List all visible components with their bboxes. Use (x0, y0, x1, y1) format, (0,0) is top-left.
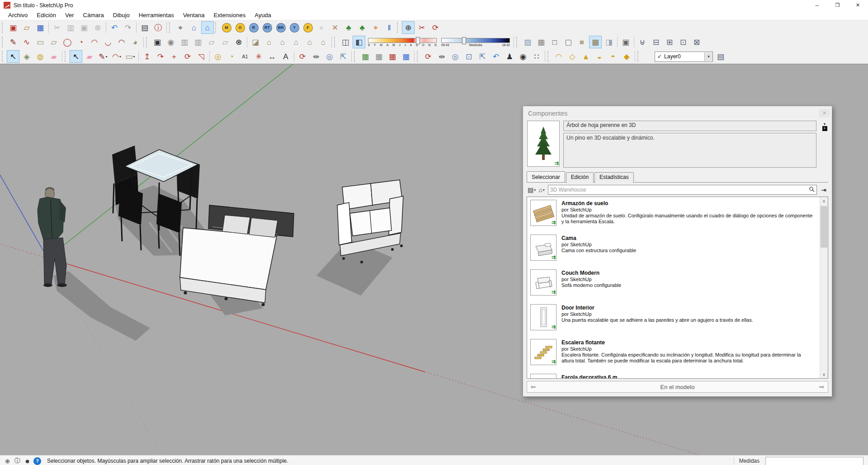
orbit-tool-button[interactable]: ⟳ (296, 50, 309, 63)
follow-me-button[interactable]: ↷ (154, 50, 167, 63)
push-pull-button[interactable]: ↥ (141, 50, 153, 63)
measurements-input[interactable] (765, 457, 863, 465)
tape-measure-button[interactable]: ◎ (212, 50, 224, 63)
pie-filled-tool-button[interactable]: ◕ (129, 36, 142, 48)
tab-edición[interactable]: Edición (566, 172, 594, 183)
component-thumbnail[interactable]: ⇉ (530, 200, 557, 226)
select-tool-2-button[interactable]: ↖ (70, 50, 82, 63)
panel-close-icon[interactable]: ✕ (819, 109, 830, 117)
solid-split-button[interactable]: ⊠ (690, 36, 703, 48)
zoom-window-button[interactable]: ⊡ (462, 50, 475, 63)
credits-icon[interactable]: ⓘ (14, 457, 21, 465)
frustum-b-button[interactable]: ▱ (219, 36, 231, 48)
view-front-button[interactable]: ⌂ (276, 36, 289, 48)
outer-shell-button[interactable]: ▣ (619, 36, 632, 48)
component-thumbnail[interactable]: ⇉ (530, 374, 557, 379)
rotate-tool-button[interactable]: ⟳ (181, 50, 194, 63)
menu-ventana[interactable]: Ventana (179, 11, 209, 19)
component-name-field[interactable]: Árbol de hoja perenne en 3D (563, 121, 816, 131)
paste-button[interactable]: ▣ (78, 21, 90, 34)
line-tool-2-dropdown-icon[interactable]: ▾ (106, 55, 108, 59)
toolbar-drag-handle[interactable] (397, 22, 400, 33)
collections-home-button[interactable]: ⌂▾ (538, 185, 545, 195)
shadow-date-slider-thumb[interactable] (416, 37, 420, 44)
protractor-button[interactable]: ⌖ (174, 21, 187, 34)
toolbar-drag-handle[interactable] (334, 37, 337, 47)
sandbox-smoove-button[interactable]: ▲ (580, 50, 592, 63)
component-list-item[interactable]: ⇉Armazón de suelopor SketchUpUnidad de a… (527, 197, 820, 232)
erase-selection-button[interactable]: ⊗ (91, 21, 104, 34)
style-back-edges-button[interactable]: ▦ (535, 36, 547, 48)
zoom-extents-button[interactable]: ⇱ (337, 50, 349, 63)
toolbar-drag-handle[interactable] (354, 51, 357, 62)
photo-textures-button[interactable]: ▦ (386, 50, 399, 63)
make-component-button[interactable]: ◈ (20, 50, 33, 63)
modeling-viewport[interactable]: Componentes ✕ ⇉ Árbol de hoja perenne en… (0, 64, 868, 455)
toolbar-drag-handle[interactable] (146, 37, 149, 47)
tool-r-button[interactable]: R (247, 21, 260, 34)
toolbar-drag-handle[interactable] (215, 22, 218, 33)
section-rotate-button[interactable]: ⟳ (429, 21, 442, 34)
sandbox-from-scratch-button[interactable]: ◇ (566, 50, 579, 63)
component-thumbnail[interactable]: ⇉ (530, 304, 557, 330)
position-camera-adv-button[interactable]: ▣ (151, 36, 164, 48)
component-list-item[interactable]: ⇉Farola decorativa 6 mpor SketchUpUna fi… (527, 371, 820, 379)
new-file-button[interactable]: ▣ (7, 21, 19, 34)
toolbar-drag-handle[interactable] (2, 37, 5, 47)
solid-trim-button[interactable]: ⊞ (663, 36, 676, 48)
menu-cámara[interactable]: Cámara (79, 11, 108, 19)
redo-button[interactable]: ↷ (122, 21, 134, 34)
sandbox-from-contours-button[interactable]: ◠ (552, 50, 565, 63)
shadow-settings-button[interactable]: ◫ (339, 36, 352, 48)
toolbar-drag-handle[interactable] (65, 51, 68, 62)
shadows-off-button[interactable]: ⊗ (232, 36, 245, 48)
component-list-item[interactable]: ⇉Escalera flotantepor SketchUpEscalera f… (527, 336, 820, 371)
rotated-rectangle-tool-button[interactable]: ▱ (47, 36, 60, 48)
toolbar-drag-handle[interactable] (2, 22, 5, 33)
geolocation-icon[interactable]: ⊕ (4, 457, 11, 465)
camera-pair-a-button[interactable]: ▥ (178, 36, 191, 48)
solid-intersect-button[interactable]: ⊡ (677, 36, 689, 48)
geo-target-button[interactable]: ⌖ (369, 21, 382, 34)
minimize-button[interactable]: ─ (807, 0, 827, 10)
view-back-button[interactable]: ⌂ (303, 36, 316, 48)
eraser-tool-button[interactable]: ▰ (47, 50, 60, 63)
walk-tool-button[interactable]: ∷ (530, 50, 543, 63)
scroll-up-icon[interactable]: ∧ (820, 197, 828, 205)
tree-tool-b-button[interactable]: ♣ (356, 21, 368, 34)
layout-preview-button[interactable]: ⌂ (201, 21, 214, 34)
view-right-button[interactable]: ⌂ (290, 36, 302, 48)
zoom-tool-button[interactable]: ◎ (323, 50, 336, 63)
open-3d-warehouse-button[interactable]: ⇥ (819, 185, 828, 195)
move-tool-button[interactable]: + (168, 50, 180, 63)
style-wireframe-button[interactable]: □ (548, 36, 561, 48)
text-3d-tool-button[interactable]: A (279, 50, 292, 63)
pan-tool-2-button[interactable]: ⇹ (435, 50, 448, 63)
model-person[interactable] (38, 187, 67, 287)
look-around-button[interactable]: ◉ (517, 50, 529, 63)
axes-tool-button[interactable]: ⊕ (402, 21, 415, 34)
scrollbar-thumb[interactable] (821, 206, 827, 248)
toolbar-drag-handle[interactable] (516, 37, 519, 47)
tab-estadísticas[interactable]: Estadísticas (594, 172, 634, 183)
style-monochrome-button[interactable]: ◨ (603, 36, 615, 48)
menu-herramientas[interactable]: Herramientas (134, 11, 179, 19)
scale-tool-button[interactable]: ◹ (195, 50, 208, 63)
shadow-time-slider-thumb[interactable] (462, 37, 466, 44)
component-thumbnail[interactable]: ⇉ (530, 269, 557, 296)
zoom-extents-2-button[interactable]: ⇱ (476, 50, 489, 63)
shadow-date-slider[interactable]: EFMAMJJASOND (368, 38, 437, 47)
paint-bucket-button[interactable]: ◍ (34, 50, 47, 63)
maximize-button[interactable]: ❐ (827, 0, 848, 10)
tool-f-tag-button[interactable]: F (302, 21, 314, 34)
component-thumbnail[interactable]: ⇉ (530, 339, 557, 365)
view-options-button[interactable]: ▤▾ (527, 185, 537, 195)
component-preview-thumbnail[interactable]: ⇉ (527, 121, 560, 167)
text-tool-button[interactable]: A1 (239, 50, 251, 63)
menu-ver[interactable]: Ver (61, 11, 79, 19)
view-left-button[interactable]: ⌂ (317, 36, 330, 48)
chevron-down-icon[interactable]: ▼ (704, 52, 712, 61)
freehand-tool-button[interactable]: ∿ (20, 36, 33, 48)
model-info-button[interactable]: ⓘ (152, 21, 165, 34)
scroll-down-icon[interactable]: ∨ (820, 371, 828, 378)
